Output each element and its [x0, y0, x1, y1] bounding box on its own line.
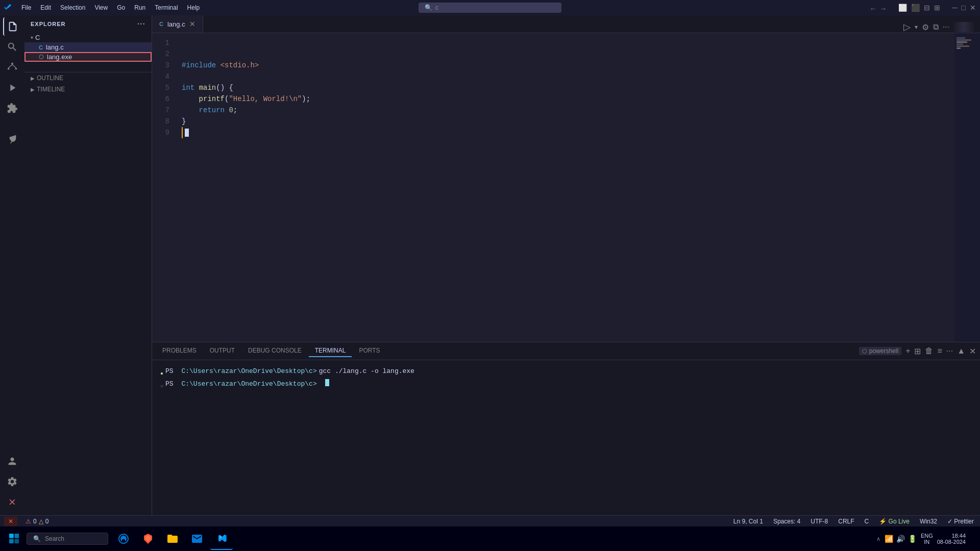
layout-icon[interactable]: ⬜ [898, 4, 907, 12]
leaf-activity-button[interactable] [3, 130, 21, 148]
terminal-cmd-1: gcc ./lang.c -o lang.exe [319, 366, 414, 377]
terminal-close-button[interactable]: ✕ [969, 346, 976, 356]
menu-file[interactable]: File [17, 3, 35, 12]
file-c-icon: C [39, 44, 43, 51]
layout4-icon[interactable]: ⊞ [934, 4, 940, 12]
close-button[interactable]: ✕ [970, 4, 976, 12]
taskbar-brave[interactable] [137, 528, 159, 550]
terminal-cmd-2 [319, 379, 323, 389]
encoding-indicator[interactable]: UTF-8 [808, 518, 830, 525]
terminal-list-button[interactable]: ≡ [937, 346, 942, 356]
terminal-collapse-button[interactable]: ▲ [957, 346, 965, 356]
title-search-bar[interactable]: 🔍 c [419, 3, 561, 13]
branch-indicator[interactable]: ✕ [4, 517, 17, 526]
menu-run[interactable]: Run [130, 3, 150, 12]
terminal-tab-bar: PROBLEMS OUTPUT DEBUG CONSOLE TERMINAL P… [152, 342, 980, 360]
timeline-section[interactable]: ▶ TIMELINE [24, 84, 152, 95]
sys-tray: 📶 🔊 🔋 [885, 535, 917, 543]
file-lang-exe[interactable]: ⬡ lang.exe [24, 52, 152, 62]
search-activity-button[interactable] [3, 38, 21, 56]
line-ending-indicator[interactable]: CRLF [836, 518, 856, 525]
spaces-indicator[interactable]: Spaces: 4 [771, 518, 802, 525]
platform-indicator[interactable]: Win32 [918, 518, 939, 525]
show-desktop-button[interactable] [970, 527, 976, 551]
menu-terminal[interactable]: Terminal [151, 3, 182, 12]
file-lang-c[interactable]: C lang.c [24, 42, 152, 52]
nav-forward-button[interactable]: → [880, 5, 886, 11]
taskbar-search[interactable]: 🔍 Search [27, 533, 108, 545]
menu-view[interactable]: View [90, 3, 112, 12]
menu-edit[interactable]: Edit [36, 3, 55, 12]
errors-indicator[interactable]: ⚠ 0 △ 0 [23, 518, 51, 525]
language-value: C [865, 518, 869, 525]
wifi-icon[interactable]: 📶 [885, 535, 893, 543]
taskbar-mail[interactable] [186, 528, 208, 550]
run-dropdown-icon[interactable]: ▾ [915, 23, 918, 31]
tab-filename: lang.c [167, 20, 185, 28]
tab-close-button[interactable]: ✕ [189, 20, 195, 28]
taskbar-edge[interactable] [112, 528, 135, 550]
tab-ports[interactable]: PORTS [353, 345, 386, 357]
clock-date: 08-08-2024 [937, 539, 966, 545]
terminal-path-2: C:\Users\razar\OneDrive\Desktop\c> [181, 379, 316, 389]
terminal-controls: ⬡ powershell + ⊞ 🗑 ≡ ··· ▲ ✕ [859, 346, 976, 356]
minimize-button[interactable]: ─ [952, 4, 958, 12]
vscode-logo-icon [4, 4, 12, 12]
extensions-activity-button[interactable] [3, 99, 21, 117]
search-value: c [435, 4, 438, 11]
sidebar-more-button[interactable]: ··· [137, 19, 145, 29]
menu-help[interactable]: Help [183, 3, 204, 12]
nav-back-button[interactable]: ← [870, 5, 876, 11]
go-live-button[interactable]: ⚡ Go Live [877, 518, 912, 525]
cursor-position[interactable]: Ln 9, Col 1 [731, 518, 765, 525]
source-control-activity-button[interactable] [3, 58, 21, 77]
folder-c[interactable]: ▾ C [24, 33, 152, 42]
language-indicator[interactable]: C [863, 518, 871, 525]
menu-selection[interactable]: Selection [56, 3, 89, 12]
tab-lang-c[interactable]: C lang.c ✕ [152, 15, 203, 33]
taskbar-vscode[interactable] [210, 528, 233, 550]
battery-icon[interactable]: 🔋 [908, 535, 917, 543]
minimap [954, 33, 980, 342]
timeline-label: TIMELINE [37, 86, 65, 93]
terminal-shell-label[interactable]: ⬡ powershell [859, 347, 901, 355]
split-editor-button[interactable]: ⧉ [933, 22, 939, 32]
line-numbers: 1 2 3 4 5 6 7 8 9 [152, 37, 178, 338]
terminal-add-button[interactable]: + [905, 346, 910, 356]
error-status-icon[interactable] [3, 493, 21, 511]
start-button[interactable] [4, 529, 24, 549]
outline-section[interactable]: ▶ OUTLINE [24, 72, 152, 84]
layout3-icon[interactable]: ⊟ [924, 4, 930, 12]
menu-go[interactable]: Go [113, 3, 129, 12]
tab-terminal[interactable]: TERMINAL [309, 345, 352, 357]
tab-output[interactable]: OUTPUT [204, 345, 241, 357]
run-debug-activity-button[interactable] [3, 79, 21, 97]
run-split-button[interactable]: ▷ [903, 21, 911, 33]
code-editor[interactable]: 1 2 3 4 5 6 7 8 9 #include [152, 33, 954, 342]
taskbar-chevron[interactable]: ∧ [876, 536, 880, 542]
prettier-value: ✓ Prettier [947, 518, 974, 525]
code-line-3: #include <stdio.h> [182, 60, 954, 71]
code-line-5: int main () { [182, 82, 954, 93]
warning-icon: △ [39, 518, 43, 525]
terminal-split-button[interactable]: ⊞ [914, 346, 921, 356]
account-activity-button[interactable] [3, 452, 21, 470]
taskbar-clock[interactable]: 18:44 08-08-2024 [937, 533, 966, 545]
settings-activity-button[interactable] [3, 472, 21, 491]
editor-area: C lang.c ✕ ▷ ▾ ⚙ ⧉ ··· 1 2 3 [152, 15, 980, 515]
more-actions-button[interactable]: ··· [943, 22, 949, 32]
layout2-icon[interactable]: ⬛ [911, 4, 920, 12]
terminal-more-button[interactable]: ··· [946, 346, 953, 356]
terminal-content[interactable]: ● PS C:\Users\razar\OneDrive\Desktop\c> … [152, 360, 980, 515]
tab-problems[interactable]: PROBLEMS [156, 345, 203, 357]
maximize-button[interactable]: □ [962, 4, 966, 12]
lang-input-indicator[interactable]: ENG IN [921, 533, 933, 545]
prettier-indicator[interactable]: ✓ Prettier [945, 518, 976, 525]
code-content[interactable]: #include <stdio.h> int main () { [178, 37, 954, 338]
terminal-trash-button[interactable]: 🗑 [925, 346, 933, 356]
tab-debug-console[interactable]: DEBUG CONSOLE [242, 345, 308, 357]
settings-button[interactable]: ⚙ [922, 22, 929, 32]
taskbar-file-explorer[interactable] [161, 528, 184, 550]
explorer-activity-button[interactable] [3, 17, 21, 36]
volume-icon[interactable]: 🔊 [896, 535, 905, 543]
